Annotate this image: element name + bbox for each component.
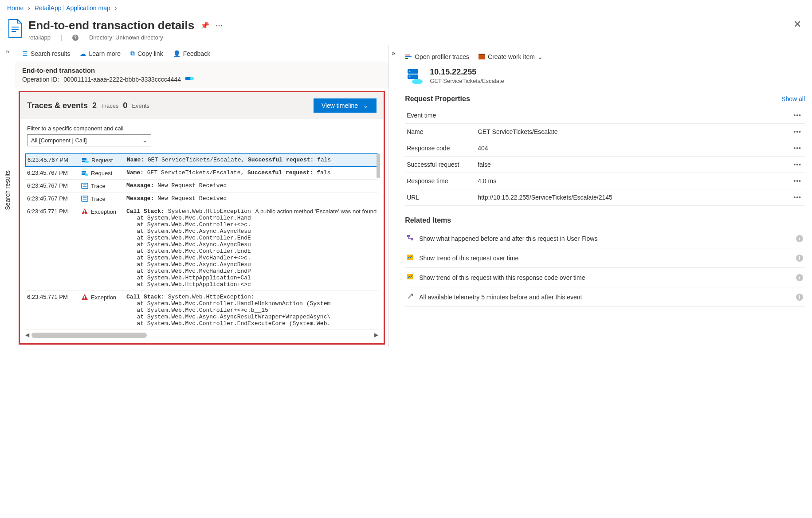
related-icon (407, 254, 414, 262)
trace-time: 6:23:45.767 PM (27, 182, 77, 189)
property-more-icon[interactable]: ••• (792, 161, 803, 168)
property-more-icon[interactable]: ••• (792, 128, 803, 135)
events-label: Events (132, 102, 149, 109)
chevron-down-icon: ⌄ (537, 53, 543, 60)
svg-point-28 (409, 71, 411, 72)
trace-row[interactable]: 6:23:45.767 PMRequestName: GET ServiceTi… (25, 153, 378, 167)
person-icon: 👤 (173, 50, 180, 57)
related-item[interactable]: Show what happened before and after this… (405, 229, 805, 248)
profiler-icon[interactable] (185, 75, 194, 83)
svg-rect-11 (82, 183, 88, 188)
expand-left-icon[interactable]: » (6, 48, 9, 55)
trace-row[interactable]: 6:23:45.771 PMExceptionCall Stack: Syste… (25, 291, 378, 330)
related-item[interactable]: Show trend of this request over timei (405, 248, 805, 268)
property-row: NameGET ServiceTickets/Escalate••• (405, 124, 805, 140)
chevron-down-icon: ⌄ (142, 137, 147, 144)
svg-rect-24 (479, 55, 485, 59)
trace-row[interactable]: 6:23:45.767 PMTraceMessage: New Request … (25, 180, 378, 192)
pin-icon[interactable]: 📌 (200, 21, 209, 30)
vertical-scrollbar[interactable] (377, 153, 380, 178)
horizontal-scrollbar-track: ◀ ▶ (25, 333, 378, 338)
related-item[interactable]: All available telemetry 5 minutes before… (405, 287, 805, 307)
work-item-icon (478, 53, 485, 60)
trace-time: 6:23:45.771 PM (27, 294, 77, 300)
page-title: End-to-end transaction details (28, 19, 194, 32)
info-icon[interactable]: i (796, 294, 803, 301)
operation-header: End-to-end transaction Operation ID: 000… (15, 62, 388, 88)
expand-right-icon[interactable]: » (392, 50, 395, 57)
app-name: retailapp (28, 34, 51, 41)
property-key: Event time (407, 112, 478, 119)
property-row: URLhttp://10.15.22.255/ServiceTickets/Es… (405, 189, 805, 206)
property-row: Successful requestfalse••• (405, 157, 805, 173)
svg-rect-3 (185, 77, 191, 80)
property-row: Response time4.0 ms••• (405, 173, 805, 189)
svg-rect-1 (12, 29, 19, 30)
view-timeline-button[interactable]: View timeline ⌄ (314, 98, 377, 113)
info-icon[interactable]: i (796, 274, 803, 281)
trace-row[interactable]: 6:23:45.767 PMRequestName: GET ServiceTi… (25, 167, 378, 180)
related-items-title: Related Items (389, 206, 812, 227)
property-row: Response code404••• (405, 140, 805, 157)
breadcrumb-app[interactable]: RetailApp | Application map (35, 4, 110, 12)
svg-rect-5 (82, 158, 86, 160)
property-key: Successful request (407, 161, 478, 168)
svg-rect-21 (405, 55, 410, 55)
breadcrumb-home[interactable]: Home (7, 4, 24, 12)
scroll-right-icon[interactable]: ▶ (374, 332, 378, 338)
info-icon[interactable]: i (796, 235, 803, 242)
document-icon (7, 19, 23, 38)
trace-table: 6:23:45.767 PMRequestName: GET ServiceTi… (25, 153, 378, 330)
info-icon[interactable]: i (796, 255, 803, 262)
property-more-icon[interactable]: ••• (792, 177, 803, 184)
scroll-left-icon[interactable]: ◀ (25, 332, 29, 338)
more-icon[interactable]: ⋯ (216, 21, 223, 30)
horizontal-scrollbar[interactable] (31, 333, 147, 338)
request-path: GET ServiceTickets/Escalate (430, 78, 504, 84)
help-icon[interactable]: ? (72, 35, 78, 41)
profiler-icon (405, 53, 412, 60)
feedback-button[interactable]: 👤Feedback (173, 50, 210, 57)
svg-rect-31 (407, 235, 410, 237)
create-work-item-button[interactable]: Create work item ⌄ (478, 53, 543, 60)
component-filter-select[interactable]: All [Component | Call] ⌄ (27, 134, 151, 146)
chevron-right-icon: › (115, 4, 117, 12)
svg-rect-0 (12, 27, 19, 27)
svg-rect-32 (411, 238, 413, 240)
open-profiler-button[interactable]: Open profiler traces (405, 53, 469, 60)
svg-point-4 (190, 77, 194, 80)
chevron-down-icon: ⌄ (363, 102, 369, 109)
trace-type: Trace (81, 195, 122, 202)
related-text: Show trend of this request over time (419, 255, 791, 262)
related-text: All available telemetry 5 minutes before… (419, 294, 791, 301)
svg-rect-17 (84, 210, 85, 212)
trace-time: 6:23:45.767 PM (27, 195, 77, 202)
svg-point-7 (85, 161, 89, 163)
trace-row[interactable]: 6:23:45.771 PMExceptionCall Stack: Syste… (25, 205, 378, 291)
property-more-icon[interactable]: ••• (792, 145, 803, 152)
traces-events-panel: Traces & events 2 Traces 0 Events View t… (19, 91, 385, 345)
trace-type: Exception (81, 208, 122, 215)
property-key: URL (407, 194, 478, 201)
trace-row[interactable]: 6:23:45.767 PMTraceMessage: New Request … (25, 192, 378, 205)
operation-title: End-to-end transaction (22, 67, 381, 74)
traces-events-title: Traces & events (27, 101, 88, 110)
traces-count: 2 (92, 101, 97, 110)
svg-point-29 (409, 76, 411, 78)
trace-type: Exception (81, 294, 122, 301)
show-all-link[interactable]: Show all (781, 95, 805, 102)
trace-time: 6:23:45.767 PM (27, 169, 77, 176)
related-item[interactable]: Show trend of this request with this res… (405, 268, 805, 287)
trace-type: Request (82, 157, 122, 164)
property-more-icon[interactable]: ••• (792, 112, 803, 119)
trace-type: Request (81, 169, 122, 177)
directory-label: Directory: Unknown directory (89, 34, 163, 41)
property-key: Name (407, 128, 478, 135)
svg-rect-25 (479, 54, 485, 55)
svg-rect-19 (84, 296, 85, 298)
search-results-button[interactable]: ☰Search results (22, 50, 70, 57)
property-more-icon[interactable]: ••• (792, 194, 803, 201)
close-icon[interactable]: ✕ (790, 19, 805, 30)
learn-more-button[interactable]: ☁Learn more (80, 50, 121, 57)
copy-link-button[interactable]: ⧉Copy link (130, 50, 163, 57)
